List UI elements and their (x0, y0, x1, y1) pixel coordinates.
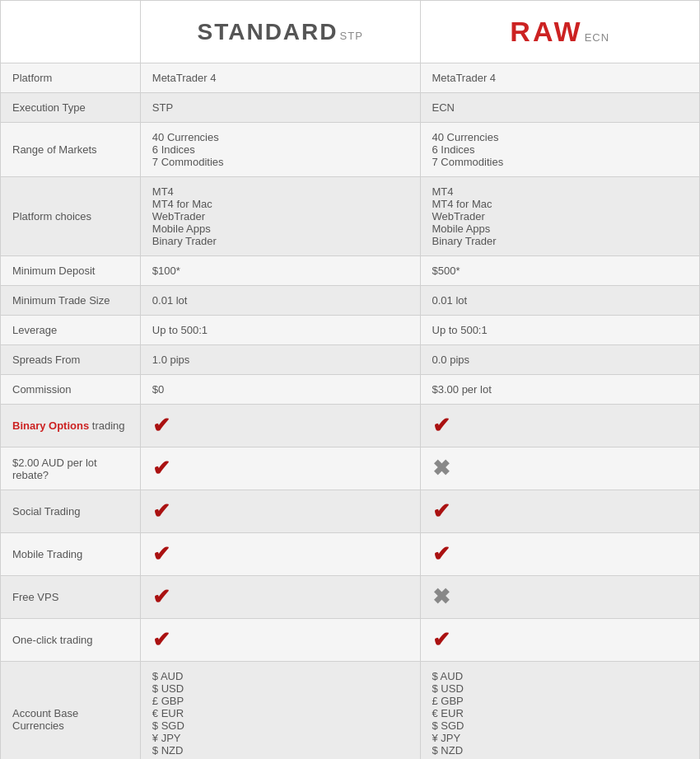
row-label: Minimum Trade Size (1, 286, 141, 316)
row-standard-value: 0.01 lot (140, 286, 420, 316)
multiline-item: $ NZD (432, 744, 464, 757)
row-raw-value: $3.00 per lot (420, 375, 700, 405)
multiline-item: £ GBP (152, 695, 184, 707)
row-label: Mobile Trading (1, 533, 141, 576)
table-row: LeverageUp to 500:1Up to 500:1 (1, 316, 700, 345)
row-standard-value: $ AUD$ USD£ GBP€ EUR$ SGD¥ JPY$ NZD$ CAD (140, 662, 420, 760)
standard-logo-sub: STP (340, 30, 363, 42)
multiline-item: € EUR (152, 707, 184, 719)
row-standard-value: ✔ (140, 405, 420, 447)
multiline-item: 6 Indices (432, 143, 475, 156)
multiline-item: $ USD (152, 682, 184, 695)
check-icon: ✔ (432, 541, 450, 566)
multiline-item: MT4 for Mac (432, 198, 492, 210)
cross-icon: ✖ (432, 456, 450, 480)
row-label: Social Trading (1, 490, 141, 533)
check-icon: ✔ (432, 627, 450, 652)
row-raw-value: ✔ (420, 619, 700, 662)
row-standard-value: Up to 500:1 (140, 316, 420, 345)
multiline-item: Binary Trader (432, 235, 497, 247)
multiline-item: MT4 (432, 185, 454, 198)
row-raw-value: ✖ (420, 576, 700, 619)
multiline-item: £ GBP (432, 695, 464, 707)
raw-logo-text: RAW (510, 16, 582, 48)
check-icon: ✔ (152, 413, 170, 438)
multiline-item: $ SGD (152, 719, 184, 732)
row-label: Account Base Currencies (1, 662, 141, 760)
table-row: Range of Markets40 Currencies6 Indices7 … (1, 123, 700, 177)
row-standard-value: $100* (140, 256, 420, 286)
row-standard-value: ✔ (140, 576, 420, 619)
row-raw-value: MetaTrader 4 (420, 63, 700, 93)
table-row: Binary Options trading✔✔ (1, 405, 700, 447)
row-label: Binary Options trading (1, 405, 141, 447)
check-icon: ✔ (152, 499, 170, 523)
row-label: Minimum Deposit (1, 256, 141, 286)
check-icon: ✔ (432, 499, 450, 523)
row-raw-value: $ AUD$ USD£ GBP€ EUR$ SGD¥ JPY$ NZD$ CAD (420, 662, 700, 760)
raw-logo-sub: ECN (585, 31, 609, 44)
header-standard: STANDARD STP (140, 1, 420, 63)
row-raw-value: Up to 500:1 (420, 316, 700, 345)
row-label: $2.00 AUD per lot rebate? (1, 447, 141, 490)
row-label: Execution Type (1, 93, 141, 123)
row-raw-value: ECN (420, 93, 700, 123)
multiline-item: $ SGD (432, 719, 464, 732)
row-raw-value: 0.01 lot (420, 286, 700, 316)
multiline-item: $ AUD (432, 670, 464, 682)
multiline-item: 40 Currencies (152, 131, 219, 143)
row-label: Platform (1, 63, 141, 93)
table-row: Minimum Deposit$100*$500* (1, 256, 700, 286)
multiline-item: € EUR (432, 707, 464, 719)
binary-options-label: Binary Options (12, 419, 89, 432)
table-row: Execution TypeSTPECN (1, 93, 700, 123)
row-raw-value: 0.0 pips (420, 345, 700, 375)
check-icon: ✔ (152, 627, 170, 652)
row-raw-value: MT4MT4 for MacWebTraderMobile AppsBinary… (420, 177, 700, 256)
row-raw-value: ✔ (420, 533, 700, 576)
row-standard-value: ✔ (140, 447, 420, 490)
table-row: Commission$0$3.00 per lot (1, 375, 700, 405)
row-label: Range of Markets (1, 123, 141, 177)
row-label: Platform choices (1, 177, 141, 256)
row-standard-value: 40 Currencies6 Indices7 Commodities (140, 123, 420, 177)
check-icon: ✔ (432, 413, 450, 438)
multiline-item: Mobile Apps (152, 223, 211, 235)
multiline-item: Binary Trader (152, 235, 217, 247)
row-raw-value: ✔ (420, 405, 700, 447)
multiline-item: 7 Commodities (152, 156, 224, 168)
multiline-item: ¥ JPY (152, 732, 181, 744)
table-row: $2.00 AUD per lot rebate?✔✖ (1, 447, 700, 490)
row-label: One-click trading (1, 619, 141, 662)
table-row: Mobile Trading✔✔ (1, 533, 700, 576)
comparison-table: STANDARD STP RAW ECN PlatformMetaTrader … (0, 0, 700, 759)
header-empty (1, 1, 141, 63)
table-row: Spreads From1.0 pips0.0 pips (1, 345, 700, 375)
row-label: Spreads From (1, 345, 141, 375)
row-standard-value: MetaTrader 4 (140, 63, 420, 93)
multiline-item: $ NZD (152, 744, 184, 757)
row-raw-value: 40 Currencies6 Indices7 Commodities (420, 123, 700, 177)
multiline-item: MT4 for Mac (152, 198, 212, 210)
row-label: Free VPS (1, 576, 141, 619)
multiline-item: ¥ JPY (432, 732, 461, 744)
row-label: Leverage (1, 316, 141, 345)
row-standard-value: MT4MT4 for MacWebTraderMobile AppsBinary… (140, 177, 420, 256)
header-raw: RAW ECN (420, 1, 700, 63)
row-standard-value: 1.0 pips (140, 345, 420, 375)
table-row: Social Trading✔✔ (1, 490, 700, 533)
table-row: Platform choicesMT4MT4 for MacWebTraderM… (1, 177, 700, 256)
table-row: PlatformMetaTrader 4MetaTrader 4 (1, 63, 700, 93)
multiline-item: 6 Indices (152, 143, 195, 156)
row-raw-value: $500* (420, 256, 700, 286)
table-row: Account Base Currencies$ AUD$ USD£ GBP€ … (1, 662, 700, 760)
row-raw-value: ✔ (420, 490, 700, 533)
check-icon: ✔ (152, 456, 170, 480)
multiline-item: WebTrader (432, 210, 485, 223)
check-icon: ✔ (152, 584, 170, 609)
row-standard-value: $0 (140, 375, 420, 405)
multiline-item: 40 Currencies (432, 131, 499, 143)
standard-logo-text: STANDARD (197, 19, 338, 45)
row-standard-value: ✔ (140, 490, 420, 533)
row-label: Commission (1, 375, 141, 405)
